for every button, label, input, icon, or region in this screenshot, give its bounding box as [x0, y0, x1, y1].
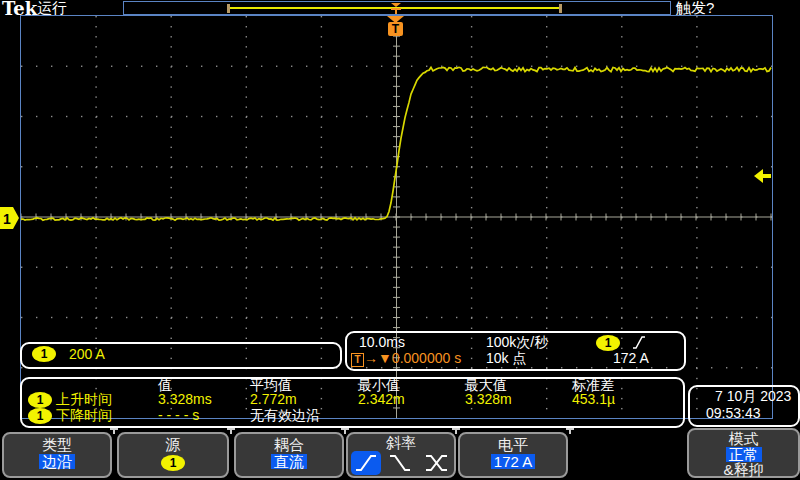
- either-slope-icon[interactable]: [423, 453, 451, 475]
- trigger-position-readout: T→▼0.000000 s: [351, 351, 461, 367]
- menu-label: 耦合: [236, 437, 342, 452]
- channel-readout: 1 200 A: [20, 342, 342, 369]
- falling-slope-icon[interactable]: [387, 453, 413, 475]
- timebase-value: 10.0ms: [359, 335, 405, 350]
- menu-value: 边沿: [39, 454, 75, 469]
- menu-label: 类型: [4, 437, 110, 452]
- menu-trigger-mode[interactable]: 模式 正常 &释抑: [687, 428, 800, 478]
- menu-label: 源: [119, 437, 227, 452]
- menu-gap-tick: [452, 428, 460, 430]
- menu-label: 模式: [689, 431, 798, 446]
- trigger-position-marker[interactable]: T: [386, 16, 405, 37]
- horizontal-readout: 10.0ms 100k次/秒 1 T→▼0.000000 s 10k 点 172…: [345, 331, 686, 371]
- measurement-panel: 值 平均值 最小值 最大值 标准差 1 上升时间 3.328ms 2.772m …: [20, 377, 685, 428]
- trigger-level-arrow-icon[interactable]: [754, 169, 771, 184]
- trigger-t-icon: T: [351, 353, 364, 367]
- menu-trigger-coupling[interactable]: 耦合 直流: [234, 432, 344, 478]
- acquisition-bar: [123, 1, 671, 15]
- menu-value: 正常: [726, 447, 762, 462]
- measurement-row-rise-time: 1 上升时间 3.328ms 2.772m 2.342m 3.328m 453.…: [22, 391, 683, 407]
- menu-gap-tick: [341, 428, 349, 430]
- arrow-right-icon: →: [364, 350, 378, 366]
- meas-channel-badge: 1: [28, 392, 52, 408]
- rising-slope-icon: [631, 335, 647, 350]
- source-channel-badge: 1: [161, 455, 185, 471]
- window-bracket-right: [559, 4, 562, 13]
- record-length: 10k 点: [486, 351, 526, 366]
- channel1-position-flag[interactable]: 1: [0, 207, 20, 230]
- menu-trigger-level[interactable]: 电平 172 A: [458, 432, 568, 478]
- menu-trigger-type[interactable]: 类型 边沿: [2, 432, 112, 478]
- measurement-row-fall-time: 1 下降时间 - - - - s 无有效边沿: [22, 407, 683, 423]
- trigger-source-badge: 1: [596, 335, 620, 351]
- svg-text:T: T: [392, 22, 400, 36]
- menu-value: 直流: [271, 454, 307, 469]
- menu-label: 斜率: [348, 435, 454, 450]
- svg-text:1: 1: [3, 211, 11, 227]
- menu-value-2: &释抑: [689, 462, 798, 477]
- menu-gap-tick: [110, 428, 118, 430]
- time-label: 09:53:43: [706, 405, 761, 421]
- menu-label: 电平: [460, 437, 566, 452]
- rising-slope-icon[interactable]: [351, 451, 381, 475]
- meas-channel-badge: 1: [28, 408, 52, 424]
- trigger-level-readout: 172 A: [613, 351, 649, 366]
- datetime-panel: 7 10月 2023 09:53:43: [688, 385, 800, 427]
- menu-value: 172 A: [491, 454, 535, 469]
- window-bracket-left: [227, 4, 230, 13]
- menu-gap-tick: [566, 428, 574, 430]
- trigger-position-icon: [389, 2, 403, 14]
- menu-gap-tick: [227, 428, 235, 430]
- menu-trigger-source[interactable]: 源 1: [117, 432, 229, 478]
- channel-scale: 200 A: [69, 347, 105, 362]
- channel-badge: 1: [32, 346, 56, 362]
- menu-trigger-slope[interactable]: 斜率: [346, 432, 456, 478]
- oscilloscope-screen: Tek 运行 触发? T 1 1 200 A 10.0ms: [0, 0, 800, 480]
- date-label: 7 10月 2023: [715, 388, 791, 406]
- triangle-down-icon: ▼: [378, 350, 392, 366]
- sample-rate: 100k次/秒: [486, 335, 548, 350]
